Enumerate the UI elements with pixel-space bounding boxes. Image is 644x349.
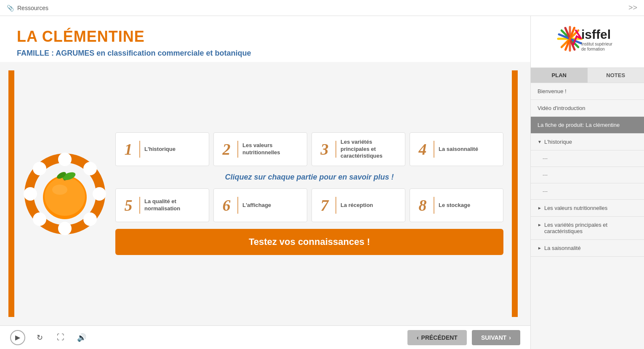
slide-header: LA CLÉMENTINE FAMILLE : AGRUMES en class… — [0, 16, 530, 62]
nav-item-label: L'historique — [544, 139, 572, 145]
svg-point-2 — [58, 153, 72, 166]
audio-button[interactable]: 🔊 — [75, 331, 88, 344]
card-number-8: 8 — [416, 196, 429, 215]
cards-row-1: 1 L'historique 2 Les valeurs nutritionne… — [115, 132, 503, 166]
svg-point-4 — [93, 187, 106, 201]
bottom-bar: ▶ ↻ ⛶ 🔊 ‹ PRÉCÉDENT SUIVANT › — [0, 325, 530, 349]
card-divider — [237, 141, 238, 158]
bottom-controls-right: ‹ PRÉCÉDENT SUIVANT › — [407, 330, 520, 345]
svg-point-12 — [52, 185, 67, 195]
nav-item-label: Vidéo d'introduction — [538, 105, 585, 111]
sidebar-logo: isffel Institut supérieur de formation — [531, 16, 644, 68]
slide-title: LA CLÉMENTINE — [17, 28, 514, 46]
nav-item-label: Les variétés principales et caractéristi… — [544, 222, 637, 234]
resources-nav[interactable]: 📎 Ressources — [7, 5, 48, 11]
next-label: SUIVANT — [481, 334, 506, 341]
card-label-3: Les variétés principales et caractéristi… — [341, 139, 399, 160]
prev-button[interactable]: ‹ PRÉCÉDENT — [407, 330, 467, 345]
nav-item-valeurs-nutritionnelles[interactable]: ►Les valeurs nutritionnelles — [531, 200, 644, 217]
tab-plan[interactable]: PLAN — [531, 68, 588, 83]
nav-item-hist-sub3[interactable]: --- — [531, 183, 644, 200]
prev-chevron-icon: ‹ — [417, 334, 419, 341]
cta-text: Cliquez sur chaque partie pour en savoir… — [115, 171, 503, 183]
next-chevron-icon: › — [509, 334, 511, 341]
nav-item-video-intro[interactable]: Vidéo d'introduction — [531, 100, 644, 117]
nav-item-fiche-produit[interactable]: La fiche de produit: La clémentine — [531, 117, 644, 134]
cards-row-2: 5 La qualité et normalisation 6 L'affich… — [115, 188, 503, 222]
card-label-4: La saisonnalité — [439, 146, 478, 153]
resources-label: Ressources — [17, 5, 48, 11]
nav-item-hist-sub1[interactable]: --- — [531, 150, 644, 167]
main-layout: LA CLÉMENTINE FAMILLE : AGRUMES en class… — [0, 16, 644, 349]
card-5[interactable]: 5 La qualité et normalisation — [115, 188, 209, 222]
card-number-6: 6 — [220, 196, 233, 215]
svg-text:isffel: isffel — [581, 27, 611, 41]
nav-item-label: La saisonnalité — [544, 245, 581, 251]
top-bar: 📎 Ressources >> — [0, 0, 644, 16]
card-label-6: L'affichage — [242, 202, 271, 209]
card-divider — [434, 141, 434, 158]
fullscreen-button[interactable]: ⛶ — [54, 331, 67, 344]
card-4[interactable]: 4 La saisonnalité — [410, 132, 503, 166]
card-divider — [139, 141, 140, 158]
svg-point-3 — [83, 162, 97, 175]
nav-item-label: --- — [543, 188, 548, 194]
next-button[interactable]: SUIVANT › — [472, 330, 520, 345]
card-2[interactable]: 2 Les valeurs nutritionnelles — [213, 132, 307, 166]
card-divider — [335, 197, 336, 214]
card-number-5: 5 — [122, 196, 135, 215]
svg-point-9 — [33, 162, 46, 175]
svg-point-8 — [24, 187, 37, 201]
svg-text:de formation: de formation — [581, 47, 605, 51]
tab-notes[interactable]: NOTES — [588, 68, 644, 83]
nav-item-bienvenue[interactable]: Bienvenue ! — [531, 83, 644, 100]
nav-item-label: --- — [543, 156, 548, 161]
svg-point-11 — [45, 177, 85, 216]
expand-button[interactable]: >> — [628, 3, 637, 12]
nav-item-varietes[interactable]: ►Les variétés principales et caractérist… — [531, 217, 644, 240]
orange-bar-left — [8, 70, 14, 317]
card-divider — [237, 197, 238, 214]
slide-body: 1 L'historique 2 Les valeurs nutritionne… — [0, 62, 530, 325]
play-button[interactable]: ▶ — [10, 330, 25, 345]
card-6[interactable]: 6 L'affichage — [213, 188, 307, 222]
card-number-4: 4 — [416, 140, 429, 158]
prev-label: PRÉCÉDENT — [421, 334, 458, 341]
svg-point-5 — [83, 212, 97, 226]
card-label-7: La réception — [341, 202, 373, 209]
nav-item-label: --- — [543, 172, 548, 178]
card-1[interactable]: 1 L'historique — [115, 132, 209, 166]
card-3[interactable]: 3 Les variétés principales et caractéris… — [311, 132, 405, 166]
nav-item-label: Bienvenue ! — [538, 88, 567, 94]
nav-item-hist-sub2[interactable]: --- — [531, 167, 644, 183]
nav-item-historique[interactable]: ▼L'historique — [531, 134, 644, 150]
card-8[interactable]: 8 Le stockage — [410, 188, 503, 222]
orange-illustration — [23, 152, 107, 236]
nav-item-label: La fiche de produit: La clémentine — [538, 122, 620, 128]
bottom-controls-left: ▶ ↻ ⛶ 🔊 — [10, 330, 88, 345]
expand-icon: ► — [538, 246, 542, 250]
refresh-button[interactable]: ↻ — [33, 331, 46, 344]
card-divider — [335, 141, 336, 158]
card-number-2: 2 — [220, 140, 233, 158]
paperclip-icon: 📎 — [7, 5, 14, 11]
test-button[interactable]: Testez vos connaissances ! — [115, 229, 503, 255]
svg-point-6 — [58, 222, 72, 235]
isffel-logo: isffel Institut supérieur de formation — [550, 23, 625, 61]
card-number-1: 1 — [122, 140, 135, 158]
expand-icon: ► — [538, 206, 542, 210]
card-divider — [139, 197, 140, 214]
cards-section: 1 L'historique 2 Les valeurs nutritionne… — [115, 132, 503, 255]
card-label-2: Les valeurs nutritionnelles — [242, 142, 301, 156]
card-7[interactable]: 7 La réception — [311, 188, 405, 222]
content-area: LA CLÉMENTINE FAMILLE : AGRUMES en class… — [0, 16, 530, 349]
card-label-8: Le stockage — [439, 202, 470, 209]
sidebar: isffel Institut supérieur de formation P… — [530, 16, 644, 349]
nav-item-saisonnalite[interactable]: ►La saisonnalité — [531, 240, 644, 257]
card-number-7: 7 — [318, 196, 331, 215]
card-label-5: La qualité et normalisation — [144, 198, 203, 212]
svg-point-7 — [33, 212, 46, 226]
svg-text:Institut supérieur: Institut supérieur — [581, 42, 613, 46]
card-label-1: L'historique — [144, 146, 176, 153]
expand-icon: ▼ — [538, 140, 542, 144]
